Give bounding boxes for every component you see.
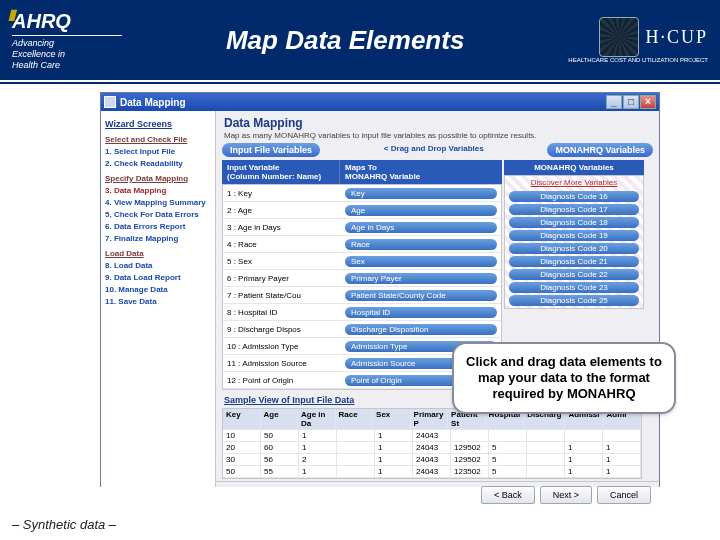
sample-cell: 1: [565, 466, 603, 477]
sidebar-step[interactable]: 2. Check Readability: [105, 159, 211, 168]
mapped-tag[interactable]: Primary Payer: [345, 273, 497, 284]
available-tag[interactable]: Diagnosis Code 23: [509, 282, 639, 293]
available-tag[interactable]: Diagnosis Code 25: [509, 295, 639, 306]
table-row[interactable]: 9 : Discharge DisposDischarge Dispositio…: [223, 321, 501, 338]
input-col-cell: 8 : Hospital ID: [223, 308, 341, 317]
sample-cell: 24043: [413, 466, 451, 477]
sample-cell: 1: [603, 466, 641, 477]
sample-cell: [451, 430, 489, 441]
next-button[interactable]: Next >: [540, 486, 592, 504]
ahrq-logo: ▮AHRQ: [12, 10, 122, 33]
sample-header-cell: Age in Da: [298, 409, 336, 429]
sample-cell: [527, 466, 565, 477]
table-row[interactable]: 4 : RaceRace: [223, 236, 501, 253]
input-col-cell: 10 : Admission Type: [223, 342, 341, 351]
sample-cell: 1: [565, 454, 603, 465]
hcup-logo: H·CUP: [645, 27, 708, 48]
sample-cell: 20: [223, 442, 261, 453]
input-col-cell: 9 : Discharge Dispos: [223, 325, 341, 334]
sample-cell: [565, 430, 603, 441]
sidebar-group: Specify Data Mapping: [105, 174, 211, 183]
mapped-tag[interactable]: Age: [345, 205, 497, 216]
table-row[interactable]: 6 : Primary PayerPrimary Payer: [223, 270, 501, 287]
table-row[interactable]: 2 : AgeAge: [223, 202, 501, 219]
available-tag[interactable]: Diagnosis Code 22: [509, 269, 639, 280]
col-maps-to: Maps To MONAHRQ Variable: [340, 160, 502, 184]
sample-cell: 55: [261, 466, 299, 477]
sample-cell: [337, 466, 375, 477]
mapped-tag[interactable]: Age in Days: [345, 222, 497, 233]
mapped-tag[interactable]: Patient State/County Code: [345, 290, 497, 301]
titlebar[interactable]: Data Mapping _ □ ×: [101, 93, 659, 111]
sample-cell: 123502: [451, 466, 489, 477]
sidebar-step[interactable]: 5. Check For Data Errors: [105, 210, 211, 219]
input-vars-header: Input File Variables: [222, 143, 320, 157]
sidebar-step[interactable]: 11. Save Data: [105, 297, 211, 306]
monahrq-vars-header: MONAHRQ Variables: [547, 143, 653, 157]
sample-header-cell: Key: [223, 409, 261, 429]
cancel-button[interactable]: Cancel: [597, 486, 651, 504]
col-input-var: Input Variable (Column Number: Name): [222, 160, 340, 184]
drag-hint: < Drag and Drop Variables: [338, 143, 529, 157]
sample-cell: [527, 430, 565, 441]
sample-header-cell: Primary P: [411, 409, 449, 429]
table-row[interactable]: 8 : Hospital IDHospital ID: [223, 304, 501, 321]
sidebar-step[interactable]: 4. View Mapping Summary: [105, 198, 211, 207]
input-col-cell: 2 : Age: [223, 206, 341, 215]
sidebar-step[interactable]: 6. Data Errors Report: [105, 222, 211, 231]
sample-header-cell: Sex: [373, 409, 411, 429]
mapped-tag[interactable]: Sex: [345, 256, 497, 267]
sample-cell: 24043: [413, 454, 451, 465]
sidebar-step[interactable]: 1. Select Input File: [105, 147, 211, 156]
table-row[interactable]: 1 : KeyKey: [223, 185, 501, 202]
table-row[interactable]: 5 : SexSex: [223, 253, 501, 270]
slide-title: Map Data Elements: [122, 25, 568, 56]
sample-cell: 1: [299, 442, 337, 453]
available-tag[interactable]: Diagnosis Code 17: [509, 204, 639, 215]
panel-subtitle: Map as many MONAHRQ variables to input f…: [224, 131, 651, 140]
available-tag[interactable]: Diagnosis Code 16: [509, 191, 639, 202]
mapped-tag[interactable]: Hospital ID: [345, 307, 497, 318]
table-row[interactable]: 3 : Age in DaysAge in Days: [223, 219, 501, 236]
discover-link[interactable]: Discover More Variables: [505, 176, 643, 189]
table-row[interactable]: 7 : Patient State/CouPatient State/Count…: [223, 287, 501, 304]
sidebar-step[interactable]: 10. Manage Data: [105, 285, 211, 294]
divider: [0, 82, 720, 84]
sidebar-group: Select and Check File: [105, 135, 211, 144]
ahrq-tagline: Advancing Excellence in Health Care: [12, 35, 122, 71]
input-col-cell: 4 : Race: [223, 240, 341, 249]
instruction-callout: Click and drag data elements to map your…: [452, 342, 676, 414]
sample-cell: [527, 442, 565, 453]
sidebar-step[interactable]: 7. Finalize Mapping: [105, 234, 211, 243]
sample-cell: 50: [261, 430, 299, 441]
available-tag[interactable]: Diagnosis Code 18: [509, 217, 639, 228]
mapped-tag[interactable]: Race: [345, 239, 497, 250]
dialog-window: Data Mapping _ □ × Wizard Screens Select…: [100, 92, 660, 487]
sample-cell: 1: [375, 430, 413, 441]
sample-cell: [337, 454, 375, 465]
mapped-tag[interactable]: Discharge Disposition: [345, 324, 497, 335]
close-button[interactable]: ×: [640, 95, 656, 109]
sidebar-step[interactable]: 3. Data Mapping: [105, 186, 211, 195]
sample-cell: [337, 430, 375, 441]
available-tag[interactable]: Diagnosis Code 19: [509, 230, 639, 241]
input-col-cell: 11 : Admission Source: [223, 359, 341, 368]
sidebar-step[interactable]: 8. Load Data: [105, 261, 211, 270]
sample-cell: [603, 430, 641, 441]
sample-row: 30562124043129502511: [223, 454, 641, 466]
input-col-cell: 1 : Key: [223, 189, 341, 198]
sidebar-step[interactable]: 9. Data Load Report: [105, 273, 211, 282]
maximize-button[interactable]: □: [623, 95, 639, 109]
minimize-button[interactable]: _: [606, 95, 622, 109]
panel-title: Data Mapping: [224, 116, 651, 130]
available-tag[interactable]: Diagnosis Code 21: [509, 256, 639, 267]
available-tag[interactable]: Diagnosis Code 20: [509, 243, 639, 254]
input-col-cell: 12 : Point of Origin: [223, 376, 341, 385]
sample-cell: 24043: [413, 442, 451, 453]
sample-cell: 2: [299, 454, 337, 465]
back-button[interactable]: < Back: [481, 486, 535, 504]
hcup-block: H·CUP HEALTHCARE COST AND UTILIZATION PR…: [568, 17, 708, 63]
sample-header-cell: Age: [261, 409, 299, 429]
mapped-tag[interactable]: Key: [345, 188, 497, 199]
sample-cell: 24043: [413, 430, 451, 441]
